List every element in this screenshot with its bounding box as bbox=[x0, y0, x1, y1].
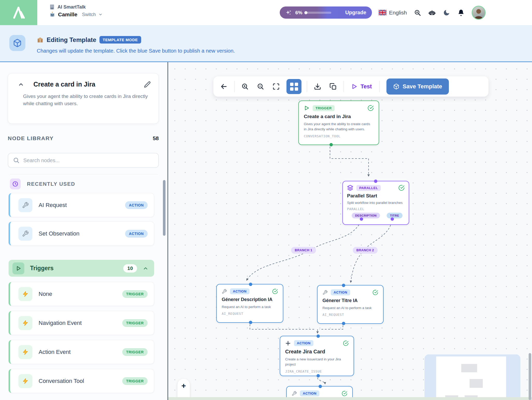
toolbar-divider bbox=[307, 81, 307, 92]
search-input[interactable] bbox=[23, 158, 154, 163]
fit-view-button[interactable] bbox=[271, 81, 281, 92]
minimap[interactable] bbox=[425, 354, 520, 400]
banner-message: Changes will update the template. Click … bbox=[37, 48, 235, 54]
node-create-jira-card[interactable]: ACTION Create Jira Card Create a new iss… bbox=[280, 336, 354, 376]
node-trigger-create-card[interactable]: TRIGGER Create a card in Jira Gives your… bbox=[298, 101, 379, 145]
node-title: Génerer Description IA bbox=[222, 297, 278, 302]
cube-icon bbox=[393, 83, 399, 90]
check-circle-icon bbox=[272, 289, 278, 294]
back-button[interactable] bbox=[219, 81, 229, 92]
lightning-icon bbox=[18, 316, 32, 330]
workflow-description: Gives your agent the ability to create c… bbox=[8, 88, 159, 107]
triggers-category-header[interactable]: Triggers 10 bbox=[9, 260, 154, 277]
item-label: Conversation Tool bbox=[39, 378, 84, 384]
dark-mode-toggle[interactable] bbox=[443, 9, 450, 17]
collapse-chevron-up-icon[interactable] bbox=[18, 81, 24, 88]
node-generer-titre-ia[interactable]: ACTION Génerer Titre IA Request an AI to… bbox=[317, 285, 384, 324]
auto-layout-button[interactable] bbox=[286, 79, 301, 94]
edit-pencil-icon[interactable] bbox=[144, 81, 151, 88]
template-mode-banner: Editing Template TEMPLATE MODE Changes w… bbox=[0, 25, 532, 62]
item-badge: TRIGGER bbox=[122, 377, 148, 385]
search-plus-icon bbox=[414, 9, 421, 16]
template-mode-badge: TEMPLATE MODE bbox=[99, 36, 141, 44]
output-handle[interactable] bbox=[249, 321, 252, 324]
output-handle-titre[interactable] bbox=[391, 217, 394, 221]
output-handle-description[interactable] bbox=[360, 217, 363, 221]
cube-icon bbox=[13, 39, 22, 47]
item-label: Navigation Event bbox=[39, 320, 82, 326]
play-icon bbox=[16, 266, 21, 271]
library-item-set-observation[interactable]: Set Observation ACTION bbox=[9, 222, 154, 246]
language-selector[interactable]: English bbox=[379, 10, 407, 16]
item-label: None bbox=[39, 291, 52, 297]
sidebar-scrollbar[interactable] bbox=[163, 180, 166, 236]
canvas-toolbar: Test Save Template bbox=[213, 76, 488, 97]
maximize-icon bbox=[272, 83, 280, 90]
output-handle[interactable] bbox=[329, 143, 333, 146]
search-icon bbox=[13, 157, 20, 164]
upgrade-button[interactable]: 6% Upgrade bbox=[280, 6, 372, 19]
chevron-down-icon[interactable] bbox=[98, 12, 103, 17]
clock-icon bbox=[12, 181, 18, 187]
output-pill-titre[interactable]: TITRE bbox=[387, 213, 402, 218]
zoom-in-button[interactable] bbox=[240, 81, 250, 92]
user-avatar[interactable] bbox=[472, 6, 486, 20]
branch-1-label: BRANCH 1 bbox=[291, 247, 316, 254]
duplicate-button[interactable] bbox=[328, 81, 338, 92]
node-generer-description-ia[interactable]: ACTION Génerer Description IA Request an… bbox=[216, 284, 283, 323]
plus-icon bbox=[285, 340, 291, 346]
zoom-out-button[interactable] bbox=[255, 81, 266, 92]
brand-logo[interactable] bbox=[0, 0, 37, 25]
output-pill-description[interactable]: DESCRIPTION bbox=[352, 213, 380, 218]
export-download-button[interactable] bbox=[312, 81, 323, 92]
library-item-conversation-tool[interactable]: Conversation Tool TRIGGER bbox=[9, 369, 154, 393]
wrench-icon bbox=[292, 391, 297, 396]
library-item-none[interactable]: None TRIGGER bbox=[9, 282, 154, 306]
save-template-button[interactable]: Save Template bbox=[386, 78, 449, 95]
library-item-ai-request[interactable]: AI Request ACTION bbox=[9, 193, 154, 217]
output-handle[interactable] bbox=[317, 374, 320, 377]
test-button[interactable]: Test bbox=[349, 83, 374, 90]
vertical-scrollbar[interactable] bbox=[529, 353, 531, 400]
node-parallel-start[interactable]: PARALLEL Parallel Start Split workflow i… bbox=[342, 181, 409, 225]
input-handle[interactable] bbox=[374, 180, 377, 183]
toolbar-divider bbox=[343, 81, 344, 92]
wrench-icon bbox=[18, 198, 32, 212]
node-search bbox=[8, 153, 159, 168]
chevron-up-icon bbox=[143, 266, 148, 271]
lightning-icon bbox=[18, 374, 32, 388]
zoom-in-control[interactable]: + bbox=[181, 382, 186, 390]
node-library-count: 58 bbox=[153, 135, 159, 141]
logo-icon bbox=[10, 5, 27, 21]
item-badge: TRIGGER bbox=[122, 319, 148, 327]
recently-used-section: RECENTLY USED bbox=[10, 174, 158, 189]
horizontal-scrollbar-track bbox=[168, 397, 532, 400]
test-button-label: Test bbox=[361, 83, 372, 90]
assistant-bot-button[interactable] bbox=[428, 9, 436, 17]
search-zoom-button[interactable] bbox=[414, 9, 421, 17]
input-handle[interactable] bbox=[317, 334, 320, 338]
upgrade-label: Upgrade bbox=[345, 10, 366, 16]
library-item-navigation-event[interactable]: Navigation Event TRIGGER bbox=[9, 311, 154, 335]
minimap-viewport bbox=[436, 356, 506, 400]
layers-icon bbox=[347, 185, 353, 191]
avatar-photo bbox=[472, 6, 485, 19]
node-type-badge: TRIGGER bbox=[313, 105, 335, 111]
library-item-action-event[interactable]: Action Event TRIGGER bbox=[9, 340, 154, 364]
switch-agent-link[interactable]: Switch bbox=[82, 12, 96, 17]
input-handle[interactable] bbox=[319, 385, 322, 388]
copy-icon bbox=[329, 83, 337, 90]
notifications-button[interactable] bbox=[457, 9, 465, 17]
node-type-badge: ACTION bbox=[230, 288, 249, 294]
wrench-icon bbox=[222, 289, 227, 294]
workflow-canvas[interactable]: Test Save Template TRIGGER bbox=[168, 62, 532, 400]
node-code: CONVERSATION_TOOL bbox=[304, 134, 374, 138]
node-code: PARALLEL bbox=[347, 207, 405, 211]
node-description: Split workflow into parallel branches bbox=[347, 200, 405, 205]
sparkles-icon bbox=[285, 9, 292, 16]
agent-row: Camille Switch bbox=[49, 11, 103, 18]
input-handle[interactable] bbox=[342, 284, 345, 287]
branch-2-label: BRANCH 2 bbox=[353, 247, 378, 254]
input-handle[interactable] bbox=[249, 283, 252, 286]
output-handle[interactable] bbox=[342, 322, 345, 325]
